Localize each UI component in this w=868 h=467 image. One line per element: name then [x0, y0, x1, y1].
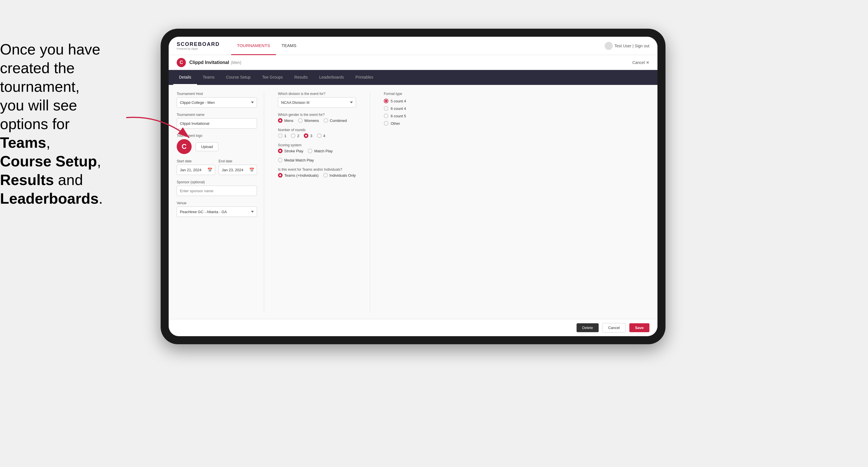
venue-select[interactable]: Peachtree GC - Atlanta - GA [177, 207, 257, 217]
upload-button[interactable]: Upload [196, 142, 218, 151]
tab-tee-groups[interactable]: Tee Groups [256, 70, 288, 85]
instruction-bold3: Results [0, 172, 54, 188]
start-date-wrap: 📅 [177, 165, 215, 175]
teams-radio-group: Teams (+Individuals) Individuals Only [278, 173, 356, 178]
tab-printables[interactable]: Printables [350, 70, 379, 85]
individuals-only-radio[interactable] [323, 173, 328, 178]
main-content: Tournament Host Clippd College - Men Tou… [169, 85, 657, 319]
logo-title: SCOREBOARD [177, 41, 220, 47]
instruction-line2: created the [0, 60, 74, 76]
format-6count5[interactable]: 6 count 5 [384, 114, 643, 118]
start-date-label: Start date [177, 159, 215, 163]
rounds-4-radio[interactable] [317, 133, 321, 138]
logo-subtitle: Powered by clippd [177, 47, 220, 50]
rounds-label: Number of rounds [278, 128, 356, 132]
teams-plus-individuals[interactable]: Teams (+Individuals) [278, 173, 319, 178]
instruction-line4: you will see [0, 97, 77, 114]
scoring-stroke[interactable]: Stroke Play [278, 149, 303, 153]
nav-tournaments[interactable]: TOURNAMENTS [231, 37, 276, 55]
format-6count5-radio[interactable] [384, 114, 389, 118]
venue-label: Venue [177, 201, 257, 205]
red-arrow [121, 112, 195, 146]
format-other[interactable]: Other [384, 121, 643, 126]
instruction-bold1: Teams [0, 134, 46, 151]
rounds-3[interactable]: 3 [304, 133, 312, 138]
rounds-4[interactable]: 4 [317, 133, 325, 138]
tablet-screen: SCOREBOARD Powered by clippd TOURNAMENTS… [169, 37, 657, 336]
scoring-medal-radio[interactable] [278, 158, 283, 162]
save-button[interactable]: Save [629, 323, 649, 332]
user-text[interactable]: Test User | Sign out [614, 43, 649, 48]
scoring-medal[interactable]: Medal Match Play [278, 158, 314, 162]
gender-combined[interactable]: Combined [323, 118, 347, 123]
rounds-radio-group: 1 2 3 4 [278, 133, 356, 138]
scoring-group: Scoring system Stroke Play Match Play [278, 143, 356, 162]
end-date-label: End date [219, 159, 257, 163]
tab-leaderboards[interactable]: Leaderboards [313, 70, 350, 85]
tabs-bar: Details Teams Course Setup Tee Groups Re… [169, 70, 657, 85]
teams-group: Is this event for Teams and/or Individua… [278, 167, 356, 178]
rounds-1-radio[interactable] [278, 133, 283, 138]
gender-womens[interactable]: Womens [298, 118, 319, 123]
sponsor-label: Sponsor (optional) [177, 180, 257, 184]
breadcrumb-name: Clippd Invitational [189, 60, 229, 65]
gender-mens-radio[interactable] [278, 118, 283, 123]
tab-details[interactable]: Details [173, 70, 197, 85]
divider-mid-right [370, 92, 370, 312]
individuals-only[interactable]: Individuals Only [323, 173, 356, 178]
rounds-1[interactable]: 1 [278, 133, 286, 138]
user-avatar [605, 42, 613, 50]
format-6count4-radio[interactable] [384, 106, 389, 111]
rounds-3-radio[interactable] [304, 133, 308, 138]
rounds-2-radio[interactable] [291, 133, 296, 138]
venue-group: Venue Peachtree GC - Atlanta - GA [177, 201, 257, 217]
format-5count4-radio[interactable] [384, 99, 389, 103]
format-other-radio[interactable] [384, 121, 389, 126]
start-date-group: Start date 📅 [177, 159, 215, 175]
gender-womens-radio[interactable] [298, 118, 303, 123]
nav-teams[interactable]: TEAMS [276, 37, 302, 55]
teams-label: Is this event for Teams and/or Individua… [278, 167, 356, 172]
tab-teams[interactable]: Teams [197, 70, 220, 85]
scoring-match-radio[interactable] [308, 149, 312, 153]
gender-group: Which gender is the event for? Mens Wome… [278, 113, 356, 123]
sponsor-group: Sponsor (optional) [177, 180, 257, 196]
rounds-2[interactable]: 2 [291, 133, 299, 138]
tab-results[interactable]: Results [288, 70, 313, 85]
end-date-group: End date 📅 [219, 159, 257, 175]
end-date-wrap: 📅 [219, 165, 257, 175]
cancel-button[interactable]: Cancel [602, 323, 626, 333]
scoring-match[interactable]: Match Play [308, 149, 333, 153]
user-area: Test User | Sign out [605, 42, 649, 50]
date-row: Start date 📅 End date 📅 [177, 159, 257, 180]
sponsor-input[interactable] [177, 186, 257, 196]
instruction-line3: tournament, [0, 78, 80, 95]
division-select[interactable]: NCAA Division III [278, 97, 356, 107]
format-radio-group: 5 count 4 6 count 4 6 count 5 Other [384, 99, 643, 126]
tournament-host-group: Tournament Host Clippd College - Men [177, 92, 257, 107]
gender-mens[interactable]: Mens [278, 118, 293, 123]
scoring-label: Scoring system [278, 143, 356, 147]
tournament-host-select[interactable]: Clippd College - Men [177, 97, 257, 107]
division-group: Which division is the event for? NCAA Di… [278, 92, 356, 107]
division-label: Which division is the event for? [278, 92, 356, 96]
top-nav: SCOREBOARD Powered by clippd TOURNAMENTS… [169, 37, 657, 55]
gender-combined-radio[interactable] [323, 118, 328, 123]
mid-column: Which division is the event for? NCAA Di… [271, 92, 363, 312]
format-6count4[interactable]: 6 count 4 [384, 106, 643, 111]
logo-area: SCOREBOARD Powered by clippd [177, 41, 220, 50]
format-label: Format type [384, 92, 643, 96]
scoring-stroke-radio[interactable] [278, 149, 283, 153]
divider-left-mid [264, 92, 264, 312]
rounds-group: Number of rounds 1 2 3 [278, 128, 356, 138]
teams-plus-radio[interactable] [278, 173, 283, 178]
end-date-calendar-icon: 📅 [249, 167, 254, 172]
tournament-host-label: Tournament Host [177, 92, 257, 96]
nav-links: TOURNAMENTS TEAMS [231, 37, 605, 55]
format-5count4[interactable]: 5 count 4 [384, 99, 643, 103]
action-bar: Delete Cancel Save [169, 319, 657, 336]
tab-course-setup[interactable]: Course Setup [220, 70, 256, 85]
delete-button[interactable]: Delete [577, 323, 599, 332]
gender-label: Which gender is the event for? [278, 113, 356, 117]
cancel-top-button[interactable]: Cancel ✕ [632, 60, 649, 65]
